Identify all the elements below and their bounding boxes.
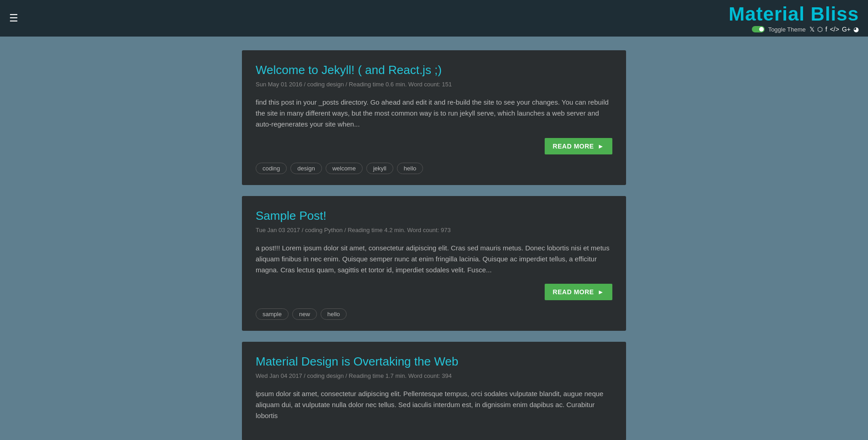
code-icon[interactable]: </> bbox=[830, 26, 839, 33]
gplus-icon[interactable]: G+ bbox=[842, 26, 851, 33]
brand-title[interactable]: Material Bliss bbox=[729, 4, 859, 25]
post-card: Welcome to Jekyll! ( and React.js ;) Sun… bbox=[242, 50, 626, 185]
social-icons-row: 𝕏 ⬡ f </> G+ ◕ bbox=[809, 26, 859, 33]
toggle-knob bbox=[759, 27, 764, 32]
site-header: ☰ Material Bliss Toggle Theme 𝕏 ⬡ f </> … bbox=[0, 0, 868, 37]
post-excerpt: find this post in your _posts directory.… bbox=[256, 97, 612, 130]
brand-subtitle-row: Toggle Theme 𝕏 ⬡ f </> G+ ◕ bbox=[752, 26, 859, 33]
read-more-label: READ MORE bbox=[553, 143, 594, 150]
post-meta: Wed Jan 04 2017 / coding design / Readin… bbox=[256, 372, 612, 379]
github-icon[interactable]: ⬡ bbox=[817, 26, 823, 33]
tag[interactable]: new bbox=[292, 308, 317, 320]
read-more-button[interactable]: READ MORE ► bbox=[545, 138, 612, 154]
post-meta: Sun May 01 2016 / coding design / Readin… bbox=[256, 81, 612, 88]
post-title[interactable]: Welcome to Jekyll! ( and React.js ;) bbox=[256, 63, 612, 77]
tag[interactable]: sample bbox=[256, 308, 289, 320]
facebook-icon[interactable]: f bbox=[825, 26, 827, 33]
rss-icon[interactable]: ◕ bbox=[853, 26, 859, 33]
tag[interactable]: design bbox=[290, 163, 321, 174]
toggle-theme-switch[interactable] bbox=[752, 26, 765, 32]
brand-area: Material Bliss Toggle Theme 𝕏 ⬡ f </> G+… bbox=[729, 4, 859, 33]
post-excerpt: a post!!! Lorem ipsum dolor sit amet, co… bbox=[256, 243, 612, 276]
tag[interactable]: welcome bbox=[326, 163, 363, 174]
arrow-icon: ► bbox=[598, 288, 604, 296]
tag[interactable]: hello bbox=[321, 308, 347, 320]
read-more-label: READ MORE bbox=[553, 288, 594, 296]
arrow-icon: ► bbox=[598, 143, 604, 150]
post-card: Material Design is Overtaking the Web We… bbox=[242, 342, 626, 440]
post-meta: Tue Jan 03 2017 / coding Python / Readin… bbox=[256, 227, 612, 233]
tag[interactable]: coding bbox=[256, 163, 287, 174]
read-more-row: READ MORE ► bbox=[256, 284, 612, 300]
read-more-button[interactable]: READ MORE ► bbox=[545, 284, 612, 300]
menu-icon[interactable]: ☰ bbox=[9, 12, 18, 24]
tags-row: sample new hello bbox=[256, 308, 612, 320]
tags-row: coding design welcome jekyll hello bbox=[256, 163, 612, 174]
read-more-row: READ MORE ► bbox=[256, 138, 612, 154]
tag[interactable]: hello bbox=[397, 163, 423, 174]
post-card: Sample Post! Tue Jan 03 2017 / coding Py… bbox=[242, 196, 626, 331]
tag[interactable]: jekyll bbox=[366, 163, 393, 174]
post-title[interactable]: Material Design is Overtaking the Web bbox=[256, 355, 612, 369]
post-title[interactable]: Sample Post! bbox=[256, 209, 612, 223]
post-excerpt: ipsum dolor sit amet, consectetur adipis… bbox=[256, 388, 612, 421]
main-content: Welcome to Jekyll! ( and React.js ;) Sun… bbox=[233, 37, 635, 440]
toggle-theme-label: Toggle Theme bbox=[768, 26, 806, 33]
twitter-icon[interactable]: 𝕏 bbox=[809, 26, 814, 33]
